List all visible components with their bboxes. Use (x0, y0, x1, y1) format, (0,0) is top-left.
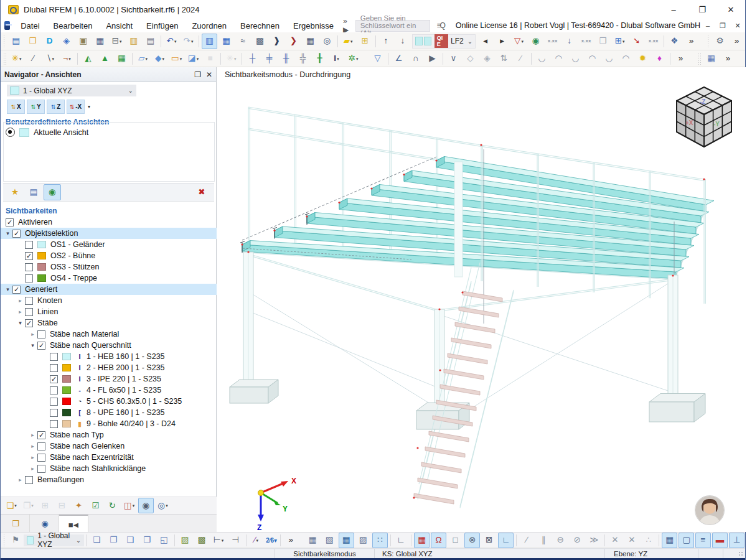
deformation-icon[interactable]: ➘ (629, 34, 644, 49)
menu-einfügen[interactable]: Einfügen (139, 20, 185, 32)
tree-checkbox[interactable]: ✓ (25, 252, 33, 260)
menu-datei[interactable]: Datei (14, 20, 46, 32)
script-icon[interactable]: ❯ (286, 34, 301, 49)
point-snap-off-icon[interactable]: ✕ (624, 533, 639, 548)
tree-checkbox[interactable] (25, 297, 33, 305)
tree-item[interactable]: ▾✓Generiert (1, 284, 217, 295)
tree-item[interactable]: ▮9 - Bohle 40/240 | 3 - D24 (1, 418, 217, 429)
view-selector-dropdown[interactable]: 1 - Global XYZ ⌄ (7, 85, 136, 96)
tree-item[interactable]: ▸Bemaßungen (1, 474, 217, 485)
visibility-invert-icon[interactable]: ▩ (194, 533, 210, 548)
hinge-start-icon[interactable]: ◡ (534, 51, 550, 67)
snap-extension-icon[interactable]: ≫ (586, 533, 602, 548)
snap-points-icon[interactable]: ▨ (355, 533, 371, 548)
mdi-close-button[interactable]: ✕ (730, 19, 745, 32)
activate-checkbox[interactable]: ✓ (6, 218, 14, 226)
panel-close-icon[interactable]: ✕ (206, 70, 212, 79)
tree-expander-icon[interactable]: ▾ (3, 230, 12, 236)
tree-item[interactable]: ▸Stäbe nach Exzentrizität (1, 452, 217, 463)
overflow-more-icon[interactable]: » (283, 533, 299, 548)
chevron-down-icon[interactable]: ⌄ (467, 38, 472, 45)
snap-tangent-icon[interactable]: ⊖ (553, 533, 568, 548)
snap-grid-icon[interactable]: ▦ (339, 533, 354, 548)
snap-magnet-icon[interactable]: Ω (431, 533, 446, 548)
model-window-icon[interactable] (4, 21, 10, 30)
new-surface-icon[interactable]: ▱▾ (135, 51, 151, 67)
snap-parallel-icon[interactable]: ∥ (536, 533, 552, 548)
tree-item[interactable]: ▸Knoten (1, 295, 217, 306)
load-values-icon[interactable]: x.xx (545, 34, 560, 49)
user-avatar[interactable] (695, 496, 724, 525)
overflow-more-icon[interactable]: » (673, 51, 688, 67)
tree-item[interactable]: OS1 - Geländer (1, 239, 217, 250)
tree-item[interactable]: I2 - HEB 200 | 1 - S235 (1, 362, 217, 373)
tab-data[interactable]: ❒ (1, 515, 30, 533)
pan-settings-icon[interactable]: ⚙ (712, 34, 728, 49)
tree-checkbox[interactable]: ✓ (12, 286, 21, 294)
view-axis-x-button[interactable]: ⇅X (7, 100, 25, 114)
tree-item[interactable]: -4 - FL 6x50 | 1 - S235 (1, 385, 217, 396)
tree-checkbox[interactable] (50, 386, 58, 394)
tree-expander-icon[interactable]: ▸ (28, 432, 37, 438)
toolbar-grip[interactable] (3, 52, 6, 65)
new-cut-icon[interactable]: ◪▾ (186, 51, 201, 67)
table-colors-icon[interactable]: ▩ (252, 34, 268, 49)
hinge-end-icon[interactable]: ◠ (551, 51, 566, 67)
tree-item[interactable]: I1 - HEB 160 | 1 - S235 (1, 351, 217, 362)
section-view-icon[interactable]: ∩ (408, 51, 423, 67)
visibility-by-window-icon[interactable]: ▨ (177, 533, 193, 548)
close-button[interactable]: ✕ (716, 0, 745, 19)
guide-snap-off-icon[interactable]: ✕ (607, 533, 622, 548)
section-icon[interactable]: I▾ (329, 51, 344, 67)
result-values-icon[interactable]: x.xx (578, 34, 594, 49)
toolbar-grip[interactable] (3, 35, 6, 47)
tree-item[interactable]: ✓OS2 - Bühne (1, 250, 217, 261)
navigation-cube[interactable]: +X -Y -Z (677, 87, 731, 147)
apply-visibility-icon[interactable]: ◉ (138, 498, 154, 513)
check-all-icon[interactable]: ☑ (88, 498, 103, 513)
user-view-icon[interactable]: ◱ (156, 533, 172, 548)
menu-overflow-icon[interactable]: » ▶ (341, 17, 352, 34)
clear-visibility-icon[interactable]: ◎▾ (155, 498, 171, 513)
tree-checkbox[interactable] (50, 420, 58, 428)
display-settings-icon[interactable]: ❖ (667, 34, 682, 49)
isometric-view-icon[interactable]: ❏ (89, 533, 105, 548)
result-plane-icon[interactable]: ◇ (463, 51, 478, 67)
tree-expander-icon[interactable]: ▸ (28, 465, 37, 472)
dimension-values-icon[interactable]: x.xx (646, 34, 661, 49)
dimension-xx-icon[interactable]: ⊣ (228, 533, 243, 548)
menu-bearbeiten[interactable]: Bearbeiten (47, 20, 100, 32)
save-view-camera-icon[interactable]: ▤ (25, 184, 42, 200)
tree-checkbox[interactable] (37, 465, 45, 473)
show-grid-icon[interactable]: ▦ (662, 533, 677, 548)
animation-icon[interactable]: ▶ (425, 51, 440, 67)
save-image-icon[interactable]: ▣ (75, 34, 91, 49)
work-plane-icon[interactable]: ∟ (393, 533, 408, 548)
generated-support-icon[interactable]: ✲▾ (345, 51, 361, 67)
tree-expander-icon[interactable]: ▸ (16, 297, 25, 304)
print-icon[interactable]: ⊟▾ (109, 34, 125, 49)
dlubal-connect-icon[interactable]: D (42, 34, 57, 49)
view-in-x-icon[interactable]: ❐ (106, 533, 121, 548)
snap-circle-icon[interactable]: ⊘ (570, 533, 585, 548)
hinge-slide-icon[interactable]: ◡ (601, 51, 617, 67)
tree-item[interactable]: [8 - UPE 160 | 1 - S235 (1, 407, 217, 418)
render-member-icon[interactable]: ▬ (712, 533, 728, 548)
redo-icon[interactable]: ↷▾ (181, 34, 196, 49)
visibility-box-icon[interactable]: ⊞ (357, 34, 373, 49)
snap-circle-cross-icon[interactable]: ⊗ (464, 533, 480, 548)
search-icon[interactable]: ≡Q (436, 21, 444, 30)
tree-item[interactable]: ◔5 - CHS 60.3x5.0 | 1 - S235 (1, 396, 217, 407)
save-icon[interactable]: ▦ (92, 34, 108, 49)
tables-2-icon[interactable]: ▦ (303, 34, 318, 49)
new-printout-report-icon[interactable]: ▥ (126, 34, 141, 49)
tree-expander-icon[interactable]: ▾ (16, 320, 25, 326)
view-axis-z-button[interactable]: ⇅Z (47, 100, 65, 114)
overflow-more-2-icon[interactable]: » (720, 51, 736, 67)
show-results-icon[interactable]: ↓ (561, 34, 577, 49)
support-headset-icon[interactable]: ◎ (319, 34, 335, 49)
member-joint-icon[interactable]: ┼ (245, 51, 260, 67)
tree-checkbox[interactable] (25, 476, 33, 484)
show-loads-icon[interactable]: ◉ (528, 34, 543, 49)
tree-item[interactable]: OS3 - Stützen (1, 261, 217, 273)
